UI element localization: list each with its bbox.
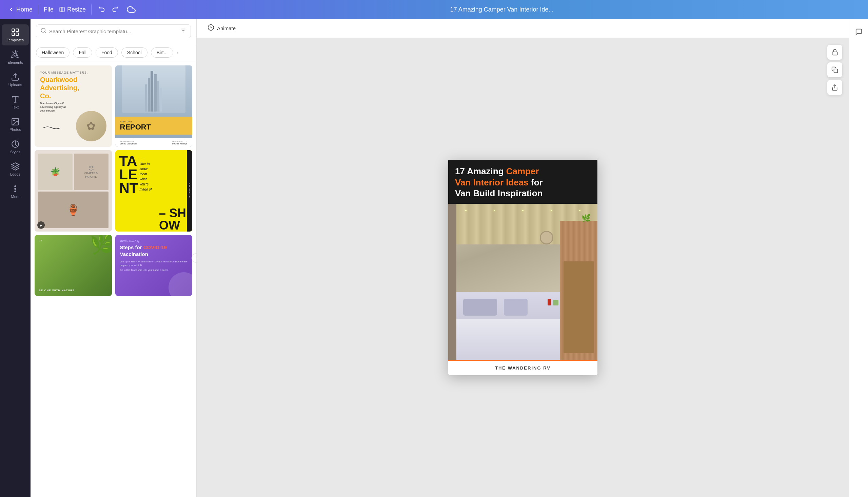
van-right-cabinet <box>560 221 597 360</box>
covid-item-1: Line up at Hall A for confirmation of yo… <box>120 260 188 267</box>
circle-decoration: ✿ <box>86 120 96 132</box>
talent-content: TA LE NT — time toshowthemwhatyou'remade… <box>119 154 188 195</box>
search-icon <box>40 27 46 35</box>
van-plant-icon: 🌿 <box>582 214 590 223</box>
crafts-img1: 🪴 <box>38 154 73 190</box>
template-card-annual-report[interactable]: ANNUAL REPORT PREPARED BY Jacob Langston… <box>115 66 193 147</box>
svg-point-14 <box>15 186 16 187</box>
comment-button[interactable] <box>851 25 866 39</box>
svg-rect-5 <box>12 33 15 36</box>
van-lights <box>452 210 594 211</box>
canvas-main[interactable]: 17 Amazing Camper Van Interior Ideas for… <box>197 38 849 497</box>
undo-button[interactable] <box>97 4 107 15</box>
filter-tags: Halloween Fall Food School Birt... › <box>30 44 196 61</box>
sidebar-item-logos[interactable]: Logos <box>2 159 29 180</box>
sidebar-styles-label: Styles <box>10 150 20 154</box>
preview-title-line2: Van Interior Ideas for <box>455 177 543 187</box>
sidebar-item-templates[interactable]: Templates <box>2 25 29 45</box>
nature-num: 01 <box>39 239 42 242</box>
filter-tag-fall[interactable]: Fall <box>73 47 92 58</box>
filter-icon[interactable] <box>180 27 186 35</box>
topbar-left: Home File Resize <box>8 4 137 15</box>
tags-scroll-right-icon[interactable]: › <box>177 49 179 56</box>
van-mirror <box>540 231 553 244</box>
svg-point-15 <box>15 188 16 189</box>
search-bar <box>30 19 196 44</box>
redo-button[interactable] <box>110 4 120 15</box>
crafts-img3: 🏺 <box>38 191 109 228</box>
talent-text-block: — time toshowthemwhatyou'remade of <box>140 154 152 192</box>
icon-sidebar: Templates Elements Uploads Text Photos S… <box>0 19 30 497</box>
file-label: File <box>44 6 54 13</box>
van-plant-pot <box>553 300 558 306</box>
share-canvas-button[interactable] <box>827 80 842 95</box>
template-card-covid[interactable]: 🏙 Wheilan City Steps for COVID-19Vaccina… <box>115 235 193 296</box>
back-button[interactable]: Home <box>8 6 32 13</box>
covid-list: Line up at Hall A for confirmation of yo… <box>120 260 188 272</box>
resize-button[interactable]: Resize <box>59 6 86 13</box>
svg-point-12 <box>14 120 15 121</box>
canvas-toolbar: Animate <box>197 19 849 38</box>
shapes-icon <box>11 50 20 59</box>
sidebar-item-elements[interactable]: Elements <box>2 47 29 68</box>
svg-rect-0 <box>60 7 65 12</box>
tpl-quarkwood-circle: ✿ <box>76 111 106 141</box>
svg-rect-3 <box>12 29 15 31</box>
talent-show-text: – SHOW <box>159 207 186 231</box>
lock-canvas-button[interactable] <box>827 45 842 60</box>
grid-icon <box>11 28 20 37</box>
annual-footer: PREPARED BY Jacob Langston PRESENTED BY … <box>115 138 193 147</box>
play-badge[interactable]: ▶ <box>37 222 45 229</box>
photo-icon <box>11 117 20 126</box>
file-button[interactable]: File <box>44 6 54 13</box>
main-layout: Templates Elements Uploads Text Photos S… <box>0 19 868 497</box>
template-card-crafts[interactable]: 🪴 CRAFTS & PAPERIE 🏺 ▶ <box>34 150 112 231</box>
tpl-quarkwood-title: QuarkwoodAdvertising,Co. <box>40 75 106 100</box>
covid-badge: 🏙 Wheilan City <box>120 240 188 243</box>
van-interior: 🌿 <box>448 204 597 360</box>
sidebar-item-text[interactable]: Text <box>2 91 29 113</box>
search-input[interactable] <box>49 28 178 34</box>
sidebar-uploads-label: Uploads <box>9 83 22 87</box>
search-container <box>36 25 191 38</box>
van-pillow <box>463 299 497 316</box>
svg-rect-6 <box>16 33 19 36</box>
save-cloud-button[interactable] <box>126 4 137 15</box>
canvas-controls <box>827 45 842 95</box>
filter-tag-halloween[interactable]: Halloween <box>36 47 70 58</box>
template-card-talent[interactable]: TA LE NT — time toshowthemwhatyou'remade… <box>115 150 193 231</box>
filter-tag-school[interactable]: School <box>122 47 147 58</box>
covid-title: Steps for COVID-19Vaccination <box>120 244 188 257</box>
sidebar-item-more[interactable]: More <box>2 181 29 202</box>
filter-tag-birthday[interactable]: Birt... <box>151 47 174 58</box>
undo-redo-group <box>97 4 120 15</box>
resize-label: Resize <box>67 6 86 13</box>
van-left-wall <box>448 204 456 360</box>
preview-title-3: Van Build Inspiration <box>455 188 590 199</box>
nature-text: BE ONE WITH NATURE <box>39 289 75 292</box>
annual-report-title: REPORT <box>120 123 188 131</box>
preview-footer: THE WANDERING RV <box>448 360 597 375</box>
covid-item-2: Go to Hall B and wait until your name is… <box>120 269 188 272</box>
building-details <box>145 71 162 112</box>
sidebar-item-uploads[interactable]: Uploads <box>2 69 29 90</box>
design-preview: 17 Amazing Camper Van Interior Ideas for… <box>448 160 597 375</box>
van-bottle <box>547 299 551 306</box>
template-card-nature[interactable]: 01 🌿 BE ONE WITH NATURE <box>34 235 112 296</box>
right-panel <box>849 19 868 497</box>
tpl-wavy-line <box>43 125 60 131</box>
van-pillow2 <box>504 299 528 316</box>
copy-canvas-button[interactable] <box>827 62 842 77</box>
animate-icon <box>208 24 214 32</box>
more-icon <box>11 184 20 193</box>
template-card-quarkwood[interactable]: YOUR MESSAGE MATTERS. QuarkwoodAdvertisi… <box>34 66 112 147</box>
filter-tag-food[interactable]: Food <box>96 47 118 58</box>
svg-line-18 <box>44 31 45 32</box>
template-quarkwood-inner: YOUR MESSAGE MATTERS. QuarkwoodAdvertisi… <box>40 71 106 141</box>
annual-yellow-box: ANNUAL REPORT <box>115 117 193 134</box>
sidebar-item-styles[interactable]: Styles <box>2 136 29 157</box>
sidebar-item-photos[interactable]: Photos <box>2 114 29 135</box>
sidebar-logos-label: Logos <box>10 172 20 176</box>
crafts-img2: CRAFTS & PAPERIE <box>74 154 109 190</box>
animate-button[interactable]: Animate <box>203 22 240 34</box>
